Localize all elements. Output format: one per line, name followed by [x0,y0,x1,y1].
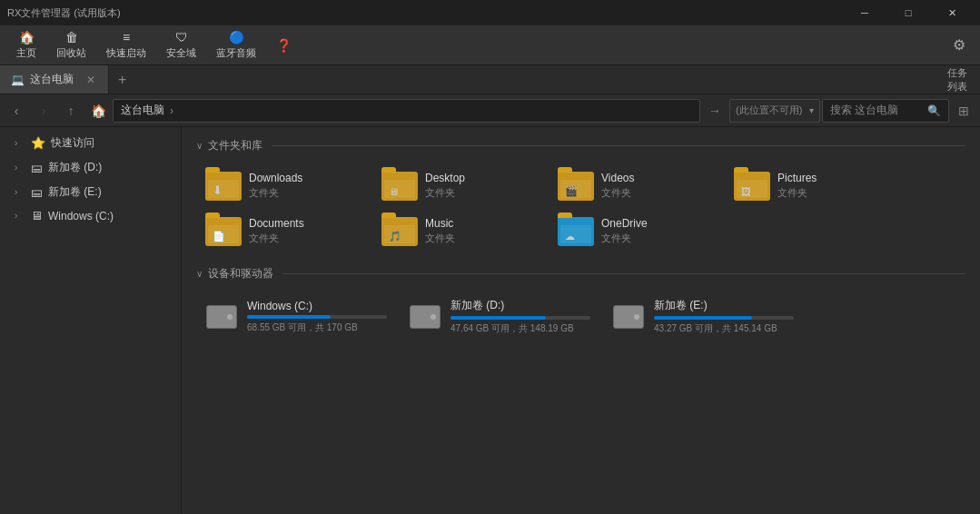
ribbon-bluetooth[interactable]: 🔵 蓝牙音频 [207,26,265,64]
tab-bar: 💻 这台电脑 ✕ + 任务列表 [0,65,980,94]
drives-chevron-icon: ∨ [196,269,203,279]
view-options-button[interactable]: ⊞ [951,98,976,124]
folder-icon: 🖼 [734,172,770,201]
sidebar-item-newe[interactable]: › 🖴 新加卷 (E:) [0,180,181,204]
drive-bar [247,315,331,319]
drive-bar [654,316,752,320]
ribbon-safezone[interactable]: 🛡 安全域 [157,26,205,64]
folder-overlay-icon: 🎵 [389,231,401,242]
ribbon-quicklaunch[interactable]: ≡ 快速启动 [97,26,155,64]
windowsc-icon: 🖥 [31,209,43,222]
expand-icon: › [15,138,25,148]
quicklaunch-icon: ≡ [123,30,130,44]
hdd-icon [613,305,644,329]
drive-grid: Windows (C:) 68.55 GB 可用，共 170 GB 新加卷 (D… [196,292,965,341]
folder-icon: 📄 [205,217,242,246]
close-button[interactable]: ✕ [931,0,973,25]
sidebar: › ⭐ 快速访问 › 🖴 新加卷 (D:) › 🖴 新加卷 (E:) › 🖥 W… [0,127,182,514]
window-controls: ─ □ ✕ [844,0,973,25]
forward-button[interactable]: › [31,98,56,124]
tab-close-button[interactable]: ✕ [84,74,97,86]
home-address-button[interactable]: 🏠 [85,98,111,124]
folder-icon: ⬇ [205,172,242,201]
expand-icon: › [15,187,25,197]
tab-thispc[interactable]: 💻 这台电脑 ✕ [0,65,109,94]
folder-grid: ⬇ Downloads 文件夹 🖥 Desktop 文件夹 [196,164,965,252]
drive-newd[interactable]: 新加卷 (D:) 47.64 GB 可用，共 148.19 GB [400,292,599,341]
sidebar-item-windowsc[interactable]: › 🖥 Windows (C:) [0,204,181,227]
folder-overlay-icon: 🖼 [741,186,751,197]
bluetooth-icon: 🔵 [229,30,244,44]
content-area: ∨ 文件夹和库 ⬇ Downloads 文件夹 [182,127,980,514]
title-bar: RX文件管理器 (试用版本) ─ □ ✕ [0,0,980,25]
folder-videos[interactable]: 🎬 Videos 文件夹 [549,164,721,206]
search-box[interactable]: 搜索 这台电脑 🔍 [822,99,949,123]
folder-overlay-icon: 🖥 [389,186,399,197]
sidebar-item-newd[interactable]: › 🖴 新加卷 (D:) [0,155,181,180]
folder-downloads[interactable]: ⬇ Downloads 文件夹 [196,164,369,206]
address-right: (此位置不可用) ▾ 搜索 这台电脑 🔍 ⊞ [729,98,976,124]
maximize-button[interactable]: □ [887,0,929,25]
folders-section-header: ∨ 文件夹和库 [196,138,965,153]
thispc-tab-icon: 💻 [11,74,25,86]
location-dropdown[interactable]: (此位置不可用) ▾ [729,99,820,123]
folder-onedrive[interactable]: ☁ OneDrive 文件夹 [549,210,721,252]
back-button[interactable]: ‹ [4,98,29,124]
address-bar: ‹ › ↑ 🏠 这台电脑 › → (此位置不可用) ▾ 搜索 这台电脑 🔍 ⊞ [0,94,980,127]
address-path[interactable]: 这台电脑 › [113,99,700,123]
drive-bar [450,316,546,320]
home-icon: 🏠 [19,30,35,44]
folder-icon: 🖥 [381,172,418,201]
folder-icon: 🎬 [558,172,594,201]
drive-windowsc[interactable]: Windows (C:) 68.55 GB 可用，共 170 GB [196,292,396,341]
quickaccess-icon: ⭐ [31,136,45,150]
settings-button[interactable]: ⚙ [945,33,973,57]
task-list-button[interactable]: 任务列表 [947,65,976,94]
hdd-icon [206,305,237,329]
folder-overlay-icon: ☁ [565,231,575,242]
ribbon: 🏠 主页 🗑 回收站 ≡ 快速启动 🛡 安全域 🔵 蓝牙音频 ❓ ⚙ [0,25,980,65]
up-button[interactable]: ↑ [58,98,84,124]
new-tab-button[interactable]: + [109,65,135,94]
ribbon-home[interactable]: 🏠 主页 [7,26,45,64]
ribbon-help[interactable]: ❓ [267,35,301,56]
expand-icon: › [15,163,25,173]
folder-icon: 🎵 [381,217,418,246]
safezone-icon: 🛡 [175,30,188,44]
folders-chevron-icon: ∨ [196,141,203,151]
folder-music[interactable]: 🎵 Music 文件夹 [372,210,545,252]
main-layout: › ⭐ 快速访问 › 🖴 新加卷 (D:) › 🖴 新加卷 (E:) › 🖥 W… [0,127,980,514]
help-icon: ❓ [276,38,292,53]
newd-icon: 🖴 [31,161,43,174]
hdd-icon [410,305,441,329]
folder-icon: ☁ [558,217,594,246]
expand-icon: › [15,211,25,221]
folder-documents[interactable]: 📄 Documents 文件夹 [196,210,369,252]
newe-icon: 🖴 [31,185,43,199]
drive-newe[interactable]: 新加卷 (E:) 43.27 GB 可用，共 145.14 GB [603,292,803,341]
drives-section-header: ∨ 设备和驱动器 [196,266,965,282]
folder-pictures[interactable]: 🖼 Pictures 文件夹 [725,164,897,206]
folder-overlay-icon: ⬇ [213,183,223,197]
folder-overlay-icon: 📄 [213,231,225,242]
sidebar-item-quickaccess[interactable]: › ⭐ 快速访问 [0,131,181,155]
search-icon: 🔍 [927,104,941,117]
ribbon-recycle[interactable]: 🗑 回收站 [47,26,95,64]
tab-right-area: 任务列表 [947,65,980,94]
folder-desktop[interactable]: 🖥 Desktop 文件夹 [372,164,545,206]
dropdown-chevron-icon: ▾ [809,105,814,115]
address-arrow-button[interactable]: → [702,98,728,124]
recycle-icon: 🗑 [65,30,78,44]
window-title: RX文件管理器 (试用版本) [7,6,844,20]
minimize-button[interactable]: ─ [844,0,886,25]
folder-overlay-icon: 🎬 [565,185,578,197]
